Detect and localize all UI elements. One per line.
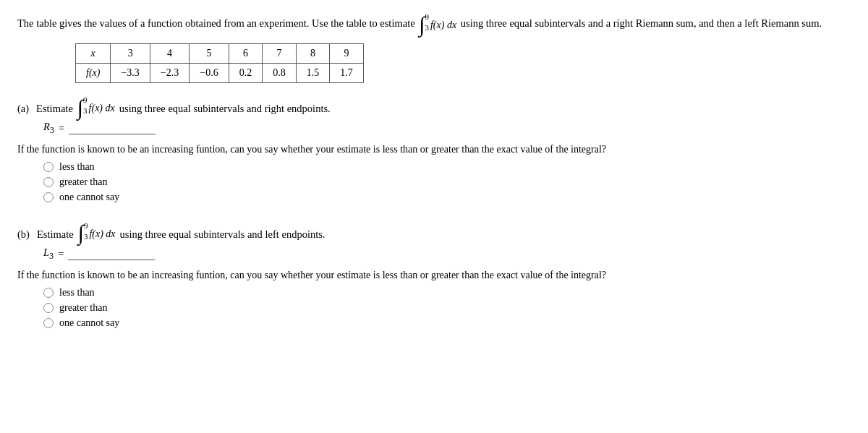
integral-limits: 9 3 xyxy=(425,13,429,32)
part-a-question: If the function is known to be an increa… xyxy=(17,142,851,157)
integral-lower-a: 3 xyxy=(83,107,88,115)
part-b-option-greater-than[interactable]: greater than xyxy=(43,302,851,314)
table-cell: 6 xyxy=(229,44,263,64)
part-b-letter: (b) xyxy=(17,228,30,241)
data-table: x 3 4 5 6 7 8 9 f(x) −3.3 −2.3 −0.6 0.2 … xyxy=(75,43,364,83)
table-cell: 4 xyxy=(150,44,189,64)
part-a-equals: = xyxy=(59,122,64,134)
table-value: 1.7 xyxy=(330,64,364,83)
part-b-estimate-prefix: Estimate xyxy=(37,228,74,241)
part-b-greater-than-label: greater than xyxy=(59,302,107,314)
table-value: −3.3 xyxy=(111,64,150,83)
part-b-integral: ∫ 9 3 f(x) dx xyxy=(78,222,116,241)
integral-symbol-a: ∫ xyxy=(77,98,83,117)
integral-limits-b: 9 3 xyxy=(84,222,88,241)
part-a-option-cannot-say[interactable]: one cannot say xyxy=(43,192,851,203)
integral-body-a: f(x) dx xyxy=(89,103,115,115)
part-a-less-than-label: less than xyxy=(59,161,95,173)
integral-body-b: f(x) dx xyxy=(89,229,115,241)
integral-upper-a: 9 xyxy=(83,96,88,104)
table-cell: 8 xyxy=(296,44,330,64)
radio-circle[interactable] xyxy=(43,162,54,172)
table-header-fx: f(x) xyxy=(76,64,111,83)
integral-lower: 3 xyxy=(425,24,429,32)
table-value: 0.2 xyxy=(229,64,263,83)
part-b-option-less-than[interactable]: less than xyxy=(43,287,851,299)
section-b: (b) Estimate ∫ 9 3 f(x) dx using three e… xyxy=(17,222,851,329)
integral-symbol: ∫ xyxy=(419,15,425,34)
part-a-answer-label: R3 xyxy=(43,121,54,136)
table-cell: 9 xyxy=(330,44,364,64)
radio-circle[interactable] xyxy=(43,288,54,298)
table-header-x: x xyxy=(76,44,111,64)
part-b-answer-line: L3 = xyxy=(43,246,851,262)
section-a: (a) Estimate ∫ 9 3 f(x) dx using three e… xyxy=(17,96,851,203)
integral-symbol-b: ∫ xyxy=(78,223,84,242)
table-cell: 5 xyxy=(190,44,229,64)
part-a-label: (a) Estimate ∫ 9 3 f(x) dx using three e… xyxy=(17,96,851,115)
part-b-l-label: L xyxy=(43,246,49,258)
part-a-integral: ∫ 9 3 f(x) dx xyxy=(77,96,115,115)
integral-limits-a: 9 3 xyxy=(83,96,88,115)
radio-circle[interactable] xyxy=(43,177,54,187)
part-a-radio-group: less than greater than one cannot say xyxy=(43,161,851,203)
part-b-label: (b) Estimate ∫ 9 3 f(x) dx using three e… xyxy=(17,222,851,241)
table-cell: 3 xyxy=(111,44,150,64)
part-a-answer-line: R3 = xyxy=(43,121,851,136)
integral-lower-b: 3 xyxy=(84,233,88,241)
part-b-question: If the function is known to be an increa… xyxy=(17,267,851,283)
table-value: 1.5 xyxy=(296,64,330,83)
part-a-estimate-prefix: Estimate xyxy=(36,103,73,115)
table-value: −2.3 xyxy=(150,64,189,83)
radio-circle[interactable] xyxy=(43,303,54,313)
radio-circle[interactable] xyxy=(43,318,54,328)
part-b-subscript: 3 xyxy=(49,251,54,261)
radio-circle[interactable] xyxy=(43,192,54,202)
intro-after: using three equal subintervals and a rig… xyxy=(461,17,822,29)
part-a-input[interactable] xyxy=(69,121,156,134)
integral-upper: 9 xyxy=(425,13,429,21)
intro-text: The table gives the values of a function… xyxy=(17,13,851,32)
part-b-less-than-label: less than xyxy=(59,287,95,299)
part-a-letter: (a) xyxy=(17,103,29,115)
part-b-radio-group: less than greater than one cannot say xyxy=(43,287,851,329)
part-b-suffix: using three equal subintervals and left … xyxy=(120,228,326,241)
part-b-equals: = xyxy=(58,248,64,260)
part-a-cannot-say-label: one cannot say xyxy=(59,192,119,203)
part-a-subscript: 3 xyxy=(50,125,54,135)
part-a-suffix: using three equal subintervals and right… xyxy=(119,103,331,115)
part-a-greater-than-label: greater than xyxy=(59,176,107,188)
table-value: 0.8 xyxy=(263,64,297,83)
table-value: −0.6 xyxy=(190,64,229,83)
part-b-option-cannot-say[interactable]: one cannot say xyxy=(43,317,851,329)
part-a-option-less-than[interactable]: less than xyxy=(43,161,851,173)
intro-before: The table gives the values of a function… xyxy=(17,17,415,29)
part-a-option-greater-than[interactable]: greater than xyxy=(43,176,851,188)
part-b-cannot-say-label: one cannot say xyxy=(59,317,119,329)
intro-integral: ∫ 9 3 f(x) dx xyxy=(419,13,456,32)
part-b-answer-label: L3 xyxy=(43,246,54,262)
table-cell: 7 xyxy=(263,44,297,64)
integral-body: f(x) dx xyxy=(430,20,456,32)
integral-upper-b: 9 xyxy=(84,222,88,230)
part-b-input[interactable] xyxy=(68,247,155,260)
part-a-r-label: R xyxy=(43,121,50,132)
